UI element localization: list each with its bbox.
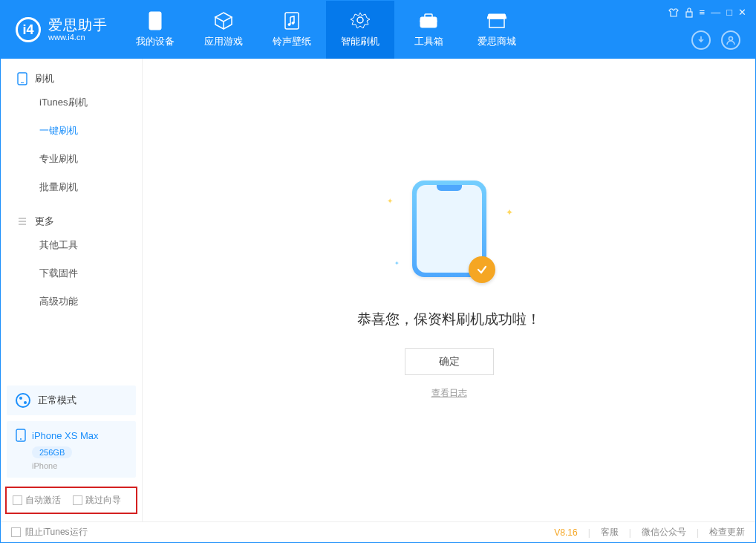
svg-point-5 — [357, 17, 363, 23]
svg-point-3 — [288, 24, 290, 26]
sidebar-item-advanced[interactable]: 高级功能 — [1, 287, 142, 316]
brand-logo: i4 爱思助手 www.i4.cn — [1, 1, 121, 59]
result-headline: 恭喜您，保资料刷机成功啦！ — [357, 310, 541, 329]
checkbox-label: 自动激活 — [25, 494, 61, 507]
sidebar-group-label: 更多 — [35, 215, 54, 228]
device-storage: 256GB — [32, 446, 72, 458]
svg-point-4 — [292, 22, 294, 25]
nav-tools[interactable]: 工具箱 — [394, 1, 463, 59]
mode-label: 正常模式 — [38, 394, 76, 407]
svg-point-15 — [20, 438, 22, 440]
brand-name: 爱思助手 — [48, 18, 108, 33]
main-nav: 我的设备 应用游戏 铃声壁纸 智能刷机 工具箱 爱思商城 — [121, 1, 531, 59]
sidebar-item-itunes-flash[interactable]: iTunes刷机 — [1, 88, 142, 117]
sidebar-item-batch-flash[interactable]: 批量刷机 — [1, 173, 142, 201]
skip-guide-checkbox[interactable]: 跳过向导 — [73, 494, 121, 507]
svg-rect-6 — [420, 17, 437, 27]
close-icon[interactable]: ✕ — [738, 7, 746, 18]
check-update-link[interactable]: 检查更新 — [709, 526, 745, 539]
sidebar-group-flash[interactable]: 刷机 — [1, 59, 142, 88]
user-icon[interactable] — [721, 30, 740, 50]
svg-rect-10 — [686, 12, 692, 17]
logo-icon: i4 — [16, 17, 41, 42]
success-check-icon — [469, 256, 495, 283]
status-bar: 阻止iTunes运行 V8.16 | 客服 | 微信公众号 | 检查更新 — [1, 521, 755, 542]
nav-ringtone[interactable]: 铃声壁纸 — [258, 1, 326, 59]
device-type: iPhone — [32, 461, 127, 470]
nav-my-device[interactable]: 我的设备 — [121, 1, 189, 59]
minimize-icon[interactable]: — — [711, 7, 720, 18]
svg-rect-1 — [153, 27, 157, 28]
app-header: i4 爱思助手 www.i4.cn 我的设备 应用游戏 铃声壁纸 智能刷机 工具… — [1, 1, 755, 59]
list-icon — [17, 216, 27, 227]
maximize-icon[interactable]: □ — [726, 7, 732, 18]
phone-icon — [17, 72, 27, 85]
view-log-link[interactable]: 查看日志 — [431, 387, 467, 400]
store-icon — [487, 11, 506, 30]
window-controls: ≡ — □ ✕ — [668, 7, 746, 18]
svg-rect-13 — [21, 82, 24, 83]
svg-point-11 — [729, 37, 733, 41]
phone-illustration — [412, 181, 486, 277]
nav-store[interactable]: 爱思商城 — [463, 1, 531, 59]
confirm-button[interactable]: 确定 — [405, 348, 494, 375]
sidebar-item-download-firmware[interactable]: 下载固件 — [1, 259, 142, 287]
cube-icon — [214, 11, 233, 30]
device-icon — [146, 11, 165, 30]
auto-activate-checkbox[interactable]: 自动激活 — [13, 494, 61, 507]
svg-rect-7 — [425, 14, 432, 18]
nav-apps[interactable]: 应用游戏 — [189, 1, 258, 59]
nav-label: 爱思商城 — [478, 35, 516, 48]
sidebar: 刷机 iTunes刷机 一键刷机 专业刷机 批量刷机 更多 其他工具 下载固件 … — [1, 59, 143, 521]
tshirt-icon[interactable] — [668, 7, 679, 18]
svg-rect-2 — [285, 13, 299, 29]
options-row: 自动激活 跳过向导 — [5, 487, 137, 514]
nav-label: 铃声壁纸 — [273, 35, 311, 48]
svg-rect-9 — [489, 19, 504, 27]
download-icon[interactable] — [691, 30, 711, 50]
refresh-icon — [351, 11, 370, 30]
nav-label: 工具箱 — [414, 35, 443, 48]
device-name: iPhone XS Max — [32, 430, 99, 441]
nav-flash[interactable]: 智能刷机 — [326, 1, 394, 59]
support-link[interactable]: 客服 — [601, 526, 619, 539]
sidebar-group-more[interactable]: 更多 — [1, 201, 142, 231]
block-itunes-checkbox[interactable]: 阻止iTunes运行 — [11, 526, 88, 539]
version-label: V8.16 — [554, 527, 577, 538]
mode-box[interactable]: 正常模式 — [7, 386, 136, 415]
wechat-link[interactable]: 微信公众号 — [642, 526, 686, 539]
sidebar-item-oneclick-flash[interactable]: 一键刷机 — [1, 117, 142, 145]
lock-icon[interactable] — [685, 7, 694, 18]
result-illustration: ✦ ✦ ✦ — [412, 181, 486, 277]
svg-rect-0 — [149, 12, 161, 30]
nav-label: 智能刷机 — [341, 35, 379, 48]
checkbox-label: 阻止iTunes运行 — [25, 526, 88, 539]
toolbox-icon — [419, 11, 438, 30]
device-icon — [16, 429, 26, 442]
music-icon — [282, 11, 302, 30]
nav-label: 我的设备 — [136, 35, 175, 48]
mode-icon — [16, 393, 30, 408]
device-box[interactable]: iPhone XS Max 256GB iPhone — [7, 421, 136, 478]
menu-icon[interactable]: ≡ — [700, 7, 706, 18]
svg-rect-8 — [420, 21, 437, 22]
nav-label: 应用游戏 — [204, 35, 243, 48]
main-content: ✦ ✦ ✦ 恭喜您，保资料刷机成功啦！ 确定 查看日志 — [143, 59, 755, 521]
sidebar-item-other-tools[interactable]: 其他工具 — [1, 231, 142, 259]
sidebar-group-label: 刷机 — [35, 72, 54, 85]
checkbox-label: 跳过向导 — [85, 494, 121, 507]
sidebar-item-pro-flash[interactable]: 专业刷机 — [1, 145, 142, 173]
brand-url: www.i4.cn — [48, 33, 108, 42]
